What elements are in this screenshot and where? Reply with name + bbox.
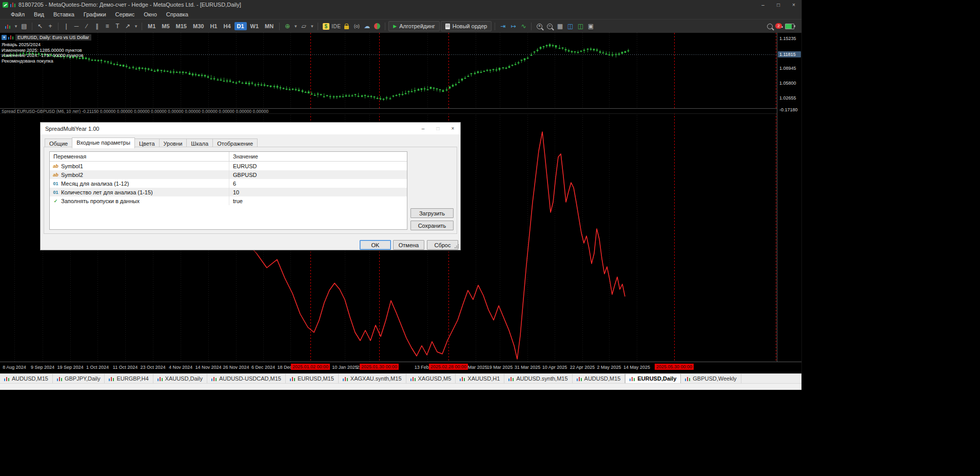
menu-item[interactable]: Файл bbox=[6, 10, 29, 18]
param-value[interactable]: GBPUSD bbox=[229, 172, 407, 178]
dialog-resize-grip[interactable] bbox=[454, 244, 459, 249]
indicators-dropdown[interactable]: ▾ bbox=[293, 21, 298, 31]
horizontal-line-tool-button[interactable]: ─ bbox=[72, 21, 81, 31]
one-click-trading-toggle-icon[interactable]: ▾ bbox=[2, 35, 7, 40]
chart-tab[interactable]: GBPJPY,Daily bbox=[53, 374, 105, 383]
dialog-tab[interactable]: Входные параметры bbox=[72, 137, 135, 148]
param-row[interactable]: abSymbol2GBPUSD bbox=[50, 170, 407, 179]
indicators-button[interactable]: ⊕ bbox=[283, 21, 292, 31]
chart-tab-icon bbox=[158, 376, 163, 381]
param-value[interactable]: EURUSD bbox=[229, 163, 407, 169]
objects-button[interactable]: ▱ bbox=[299, 21, 308, 31]
chart-tab-icon bbox=[343, 376, 348, 381]
menu-item[interactable]: Графики bbox=[79, 10, 111, 18]
price-scale[interactable]: 1.11815 -0.17180 1.152351.089451.058001.… bbox=[777, 33, 802, 362]
vertical-line-tool-button[interactable]: | bbox=[62, 21, 71, 31]
date-label: 23 Oct 2024 bbox=[140, 365, 165, 370]
timeframe-m1-button[interactable]: M1 bbox=[145, 22, 158, 30]
param-row[interactable]: abSymbol1EURUSD bbox=[50, 162, 407, 170]
shapes-dropdown[interactable]: ▾ bbox=[133, 21, 139, 31]
menu-item[interactable]: Вставка bbox=[49, 10, 79, 18]
arrow-tool-button[interactable]: ↗ bbox=[123, 21, 132, 31]
search-button[interactable] bbox=[767, 24, 773, 29]
title-bar[interactable]: 81807205 - MetaQuotes-Demo: Демо-счет - … bbox=[0, 0, 801, 9]
maximize-button[interactable]: □ bbox=[771, 0, 786, 9]
crosshair-button[interactable]: + bbox=[46, 21, 55, 31]
menu-item[interactable]: Справка bbox=[162, 10, 193, 18]
tick-chart-button[interactable]: ∿ bbox=[519, 21, 528, 31]
param-row[interactable]: ✓Заполнять пропуски в данныхtrue bbox=[50, 196, 407, 205]
new-chart-button[interactable] bbox=[3, 21, 12, 31]
menu-item[interactable]: Сервис bbox=[111, 10, 140, 18]
tile-vertical-button[interactable]: ◫ bbox=[576, 21, 585, 31]
chart-tab[interactable]: XAUUSD,H1 bbox=[456, 374, 504, 383]
chart-tab-icon bbox=[685, 376, 690, 381]
param-value[interactable]: 6 bbox=[229, 181, 407, 187]
ok-button[interactable]: OK bbox=[360, 240, 391, 250]
menu-item[interactable]: Окно bbox=[139, 10, 162, 18]
community-button[interactable] bbox=[373, 21, 382, 31]
cloud-button[interactable]: ☁ bbox=[362, 21, 371, 31]
load-button[interactable]: Загрузить bbox=[410, 208, 454, 218]
timeframe-mn-button[interactable]: MN bbox=[262, 22, 276, 30]
chart-tab[interactable]: XAGUSD,M5 bbox=[406, 374, 456, 383]
close-button[interactable]: × bbox=[786, 0, 801, 9]
timeframe-m30-button[interactable]: M30 bbox=[190, 22, 206, 30]
param-row[interactable]: 01Месяц для анализа (1-12)6 bbox=[50, 179, 407, 188]
profiles-button[interactable]: ▤ bbox=[19, 21, 29, 31]
chart-shift-button[interactable]: ⇥ bbox=[498, 21, 507, 31]
channel-tool-button[interactable]: ∥ bbox=[92, 21, 102, 31]
text-tool-button[interactable]: T bbox=[113, 21, 122, 31]
chart-tab[interactable]: XAGXAU.synth,M15 bbox=[339, 374, 406, 383]
dollar-button[interactable]: $ bbox=[321, 21, 330, 31]
dialog-minimize-button[interactable]: – bbox=[416, 123, 430, 134]
autoscroll-button[interactable]: ↦ bbox=[508, 21, 518, 31]
chart-tab[interactable]: AUDUSD-USDCAD,M15 bbox=[207, 374, 286, 383]
capture-button[interactable]: ▣ bbox=[586, 21, 595, 31]
param-type-ab-icon: ab bbox=[52, 164, 60, 169]
tile-windows-button[interactable]: ◫ bbox=[565, 21, 575, 31]
price-label: 1.15235 bbox=[779, 36, 796, 41]
date-label: 19 Sep 2024 bbox=[57, 365, 83, 370]
timeframe-m5-button[interactable]: M5 bbox=[159, 22, 172, 30]
cancel-button[interactable]: Отмена bbox=[393, 240, 424, 250]
cursor-button[interactable]: ↖ bbox=[35, 21, 45, 31]
signal-button[interactable]: (o) bbox=[352, 21, 361, 31]
chart-tab[interactable]: EURUSD,Daily bbox=[625, 374, 681, 383]
save-button[interactable]: Сохранить bbox=[410, 221, 454, 230]
timeframe-h4-button[interactable]: H4 bbox=[221, 22, 233, 30]
chart-tab-bar: AUDUSD,M15GBPJPY,DailyEURGBP,H4XAUUSD,Da… bbox=[0, 373, 801, 383]
objects-dropdown[interactable]: ▾ bbox=[309, 21, 315, 31]
indicator-header-label[interactable]: Spread EURUSD-GBPUSD (M6, 10 лет) -0.211… bbox=[0, 108, 777, 114]
zoom-out-button[interactable]: − bbox=[545, 21, 554, 31]
chart-tab[interactable]: EURGBP,H4 bbox=[105, 374, 153, 383]
chart-tab[interactable]: AUDUSD,M15 bbox=[0, 374, 53, 383]
dialog-close-button[interactable]: × bbox=[445, 123, 460, 134]
zoom-in-button[interactable]: + bbox=[535, 21, 544, 31]
timeframe-h1-button[interactable]: H1 bbox=[207, 22, 220, 30]
timeframe-w1-button[interactable]: W1 bbox=[248, 22, 262, 30]
chart-tab[interactable]: GBPUSD,Weekly bbox=[681, 374, 741, 383]
chart-tab[interactable]: AUDUSD,M15 bbox=[573, 374, 625, 383]
chart-tab[interactable]: XAUUSD,Daily bbox=[153, 374, 207, 383]
param-value[interactable]: 10 bbox=[229, 189, 407, 195]
date-axis[interactable]: 8 Aug 20249 Sep 202419 Sep 20241 Oct 202… bbox=[0, 362, 801, 373]
chart-tab[interactable]: AUDUSD.synth,M15 bbox=[504, 374, 572, 383]
dialog-title-bar[interactable]: SpreadMultiYear 1.00 – □ × bbox=[41, 123, 460, 134]
grid-button[interactable]: ▦ bbox=[555, 21, 564, 31]
new-chart-dropdown[interactable]: ▾ bbox=[13, 21, 18, 31]
ide-button[interactable]: IDE bbox=[331, 21, 341, 31]
reset-button[interactable]: Сброс bbox=[427, 240, 458, 250]
minimize-button[interactable]: – bbox=[755, 0, 771, 9]
trendline-tool-button[interactable]: ∕ bbox=[82, 21, 91, 31]
menu-item[interactable]: Вид bbox=[29, 10, 49, 18]
fibonacci-tool-button[interactable]: ≡ bbox=[103, 21, 112, 31]
param-row[interactable]: 01Количество лет для анализа (1-15)10 bbox=[50, 188, 407, 196]
new-order-button[interactable]: Новый ордер bbox=[441, 21, 492, 31]
lock-button[interactable] bbox=[342, 21, 351, 31]
algo-trading-button[interactable]: ▶ Алготрейдинг bbox=[388, 21, 439, 31]
timeframe-m15-button[interactable]: M15 bbox=[173, 22, 189, 30]
param-value[interactable]: true bbox=[229, 198, 407, 204]
chart-tab[interactable]: EURUSD,M15 bbox=[286, 374, 339, 383]
timeframe-d1-button[interactable]: D1 bbox=[234, 22, 247, 30]
